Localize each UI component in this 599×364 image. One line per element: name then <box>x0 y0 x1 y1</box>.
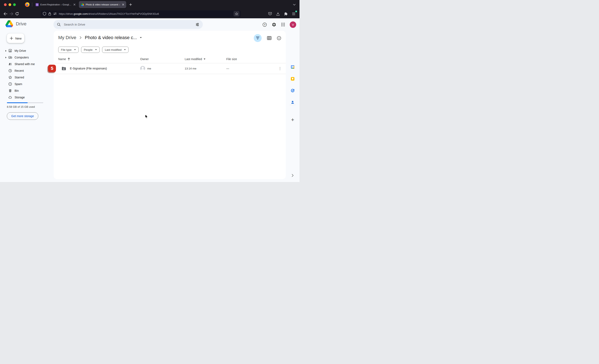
storage-progress-fill <box>7 102 28 103</box>
more-actions-icon[interactable]: ⋮ <box>277 63 282 74</box>
extensions-icon[interactable] <box>283 11 289 17</box>
tab-title: Photo & video release consent – <box>86 3 120 6</box>
get-add-ons-icon[interactable]: + <box>291 116 294 123</box>
menu-icon[interactable] <box>291 11 297 17</box>
tracking-shield-icon[interactable] <box>43 12 46 16</box>
sidebar-item-label: Storage <box>15 96 25 99</box>
filter-button-active[interactable] <box>254 34 262 42</box>
contacts-icon[interactable] <box>291 100 295 104</box>
grid-view-toggle-icon[interactable] <box>267 36 271 40</box>
chevron-down-icon <box>74 49 76 50</box>
chip-people[interactable]: People <box>81 47 100 53</box>
back-button[interactable] <box>2 11 8 17</box>
permissions-icon[interactable] <box>53 12 57 15</box>
folder-menu-caret-icon[interactable] <box>140 37 142 38</box>
expand-caret-icon[interactable] <box>5 50 7 52</box>
new-tab-button[interactable] <box>129 3 132 6</box>
chip-file-type[interactable]: File type <box>58 47 79 53</box>
url-text[interactable]: https://drive.google.com/drive/u/0/folde… <box>59 12 232 15</box>
drive-header-actions: ? V <box>262 18 296 31</box>
firefox-view-icon[interactable] <box>25 2 29 7</box>
chip-label: File type <box>61 48 71 51</box>
tasks-icon[interactable] <box>291 89 295 93</box>
chevron-right-icon <box>80 36 81 39</box>
lock-icon[interactable] <box>48 12 51 16</box>
bookmark-star-icon[interactable] <box>234 11 239 17</box>
chip-label: People <box>84 48 93 51</box>
chip-last-modified[interactable]: Last modified <box>102 47 129 53</box>
forward-button[interactable] <box>8 11 14 17</box>
account-avatar[interactable]: V <box>290 21 296 28</box>
drive-logo[interactable]: Drive <box>5 20 26 27</box>
get-more-storage-button[interactable]: Get more storage <box>7 112 38 120</box>
settings-gear-icon[interactable] <box>272 22 276 27</box>
svg-text:31: 31 <box>292 66 293 68</box>
sidebar-item-storage[interactable]: Storage <box>0 94 52 101</box>
sidebar-item-label: Spam <box>15 82 22 86</box>
sidebar-item-bin[interactable]: Bin <box>0 87 52 94</box>
hide-side-panel-chevron-icon[interactable] <box>292 174 294 177</box>
info-icon[interactable] <box>277 36 281 40</box>
list-tabs-chevron-icon[interactable] <box>293 4 296 6</box>
url-prefix: https://drive. <box>59 12 74 15</box>
sidebar-item-computers[interactable]: Computers <box>0 54 52 61</box>
sidebar-item-my-drive[interactable]: My Drive <box>0 47 52 54</box>
file-table-header: Name Owner Last modified File size <box>54 57 286 63</box>
keep-icon[interactable] <box>291 77 295 81</box>
maximize-window-button[interactable] <box>13 3 16 6</box>
rail-divider <box>290 105 296 105</box>
reload-button[interactable] <box>14 11 20 17</box>
column-header-file-size[interactable]: File size <box>226 57 237 61</box>
close-tab-icon[interactable] <box>122 4 124 6</box>
shared-people-icon <box>8 62 12 66</box>
sidebar-item-recent[interactable]: Recent <box>0 67 52 74</box>
last-modified-value: 13:14 me <box>185 63 196 74</box>
spam-icon <box>8 82 12 86</box>
product-name: Drive <box>16 21 26 27</box>
url-domain: google.com <box>74 12 88 15</box>
google-drive-icon <box>81 3 84 6</box>
tab-event-registration[interactable]: Event Registration – Google For <box>34 1 78 8</box>
drive-logo-icon <box>5 20 13 27</box>
sidebar-item-starred[interactable]: Starred <box>0 74 52 81</box>
chip-label: Last modified <box>105 48 122 51</box>
star-icon <box>8 76 12 79</box>
column-header-name[interactable]: Name <box>58 57 70 61</box>
cloud-icon <box>8 96 12 99</box>
sort-ascending-arrow-icon <box>68 58 70 61</box>
column-header-last-modified[interactable]: Last modified <box>185 57 205 61</box>
sidebar-item-shared-with-me[interactable]: Shared with me <box>0 61 52 67</box>
search-options-tune-icon[interactable] <box>195 22 199 27</box>
sidebar-item-spam[interactable]: Spam <box>0 81 52 87</box>
new-button[interactable]: New <box>7 34 24 43</box>
help-icon[interactable]: ? <box>262 22 267 27</box>
column-header-owner[interactable]: Owner <box>140 57 149 61</box>
annotation-badge-5: 5 <box>48 65 56 72</box>
breadcrumb-my-drive[interactable]: My Drive <box>58 35 76 40</box>
url-bar[interactable]: https://drive.google.com/drive/u/0/folde… <box>41 10 241 17</box>
expand-caret-icon[interactable] <box>5 57 7 58</box>
storage-progress-bar <box>7 102 43 103</box>
breadcrumb: My Drive Photo & video release c... <box>58 35 142 40</box>
tab-photo-video-release[interactable]: Photo & video release consent – <box>79 1 126 8</box>
file-row[interactable]: E-Signature (File responses) me 13:14 me… <box>54 63 286 74</box>
download-icon[interactable] <box>275 11 281 17</box>
google-apps-grid-icon[interactable] <box>281 22 285 27</box>
tab-separator <box>32 2 32 7</box>
minimize-window-button[interactable] <box>9 3 11 6</box>
close-window-button[interactable] <box>4 3 7 6</box>
search-input[interactable]: Search in Drive <box>64 23 192 26</box>
toolbar-right-icons <box>267 11 297 17</box>
google-forms-icon <box>35 3 39 6</box>
search-icon[interactable] <box>57 22 61 27</box>
sidebar-item-label: Starred <box>15 76 24 79</box>
drive-search-bar[interactable]: Search in Drive <box>53 20 203 29</box>
file-size-value: — <box>226 63 229 74</box>
breadcrumb-current-folder[interactable]: Photo & video release c... <box>85 35 137 40</box>
pocket-icon[interactable] <box>267 11 273 17</box>
caret-down-icon <box>204 58 205 60</box>
close-tab-icon[interactable] <box>73 4 76 6</box>
sidebar-item-label: Shared with me <box>15 62 35 66</box>
chevron-down-icon <box>124 49 126 50</box>
calendar-icon[interactable]: 31 <box>291 65 295 69</box>
